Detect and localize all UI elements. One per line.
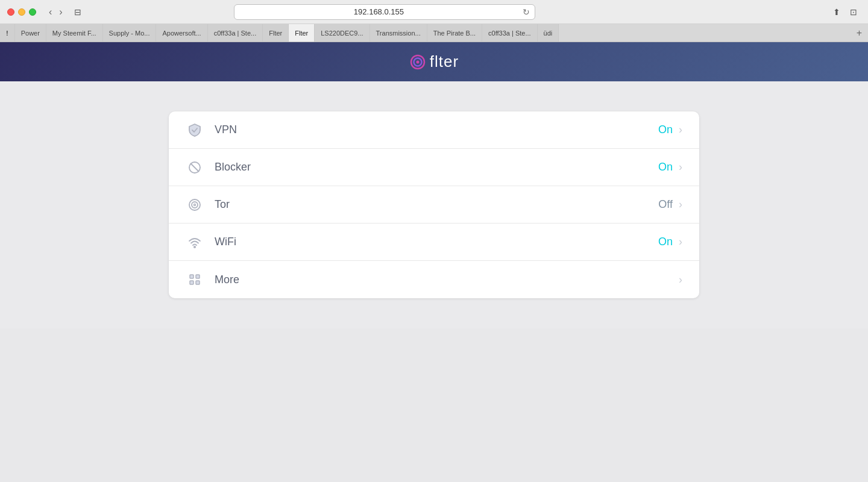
menu-item-wifi[interactable]: WiFi On › [169, 224, 699, 261]
forward-button[interactable]: › [56, 5, 65, 19]
tor-label: Tor [215, 198, 658, 211]
wifi-status: On [658, 236, 673, 248]
sidebar-toggle-button[interactable]: ⊟ [71, 6, 85, 18]
tab-c0ff33a-2[interactable]: c0ff33a | Ste... [482, 24, 538, 42]
wifi-chevron: › [679, 236, 682, 248]
more-chevron: › [679, 274, 682, 286]
svg-point-6 [192, 202, 198, 208]
svg-rect-12 [196, 281, 200, 284]
menu-item-vpn[interactable]: VPN On › [169, 111, 699, 149]
tab-ls220[interactable]: LS220DEC9... [315, 24, 370, 42]
vpn-label: VPN [215, 124, 658, 136]
address-text: 192.168.0.155 [239, 7, 518, 16]
logo-text: flter [430, 52, 459, 71]
menu-card: VPN On › Blocker On › [169, 111, 699, 298]
blocker-status: On [658, 161, 673, 174]
tor-icon [186, 196, 204, 214]
vpn-chevron: › [679, 124, 682, 136]
tab-power[interactable]: Power [15, 24, 46, 42]
shield-icon [186, 121, 204, 139]
tab-c0ff33a-1[interactable]: c0ff33a | Ste... [208, 24, 263, 42]
tab-flter-2[interactable]: Flter [289, 24, 315, 42]
tab-exclamation[interactable]: ! [0, 24, 15, 42]
menu-item-tor[interactable]: Tor Off › [169, 186, 699, 224]
address-bar[interactable]: 192.168.0.155 ↻ [234, 4, 535, 20]
reload-button[interactable]: ↻ [523, 7, 530, 17]
svg-rect-11 [190, 281, 193, 284]
svg-point-5 [189, 199, 200, 210]
tabs-bar: ! Power My Steemit F... Supply - Mo... A… [0, 24, 868, 42]
menu-item-more[interactable]: More › [169, 261, 699, 298]
content-area: VPN On › Blocker On › [0, 81, 868, 328]
tab-pirate[interactable]: The Pirate B... [427, 24, 482, 42]
svg-rect-9 [190, 275, 193, 278]
more-icon [186, 271, 204, 289]
tab-steemit[interactable]: My Steemit F... [46, 24, 103, 42]
traffic-lights [7, 8, 36, 16]
tab-transmission[interactable]: Transmission... [370, 24, 427, 42]
share-button[interactable]: ⬆ [829, 6, 844, 18]
nav-buttons: ‹ › [46, 5, 66, 19]
tab-apowersoft[interactable]: Apowersoft... [156, 24, 207, 42]
toolbar-right: ⬆ ⊡ [829, 6, 861, 18]
minimize-button[interactable] [18, 8, 25, 16]
wifi-label: WiFi [215, 236, 658, 248]
svg-point-7 [194, 204, 196, 205]
close-button[interactable] [7, 8, 14, 16]
new-tab-button[interactable]: ⊡ [846, 6, 861, 18]
app-logo: flter [409, 52, 459, 71]
menu-item-blocker[interactable]: Blocker On › [169, 149, 699, 186]
svg-point-8 [194, 246, 195, 247]
svg-line-4 [191, 163, 199, 171]
vpn-status: On [658, 124, 673, 136]
tab-supply[interactable]: Supply - Mo... [103, 24, 157, 42]
block-icon [186, 158, 204, 177]
tor-status: Off [658, 198, 673, 211]
window-chrome: ‹ › ⊟ 192.168.0.155 ↻ ⬆ ⊡ [0, 0, 868, 24]
blocker-label: Blocker [215, 161, 658, 174]
back-button[interactable]: ‹ [46, 5, 55, 19]
blocker-chevron: › [679, 161, 682, 174]
more-label: More [215, 274, 673, 286]
svg-point-2 [416, 60, 419, 63]
tab-flter-1[interactable]: Flter [263, 24, 289, 42]
flter-logo-icon [409, 54, 426, 70]
add-tab-button[interactable]: + [851, 24, 868, 42]
tor-chevron: › [679, 198, 682, 211]
app-header: flter [0, 42, 868, 81]
tab-udi[interactable]: üdi [538, 24, 559, 42]
svg-rect-10 [196, 275, 200, 278]
wifi-icon [186, 233, 204, 251]
maximize-button[interactable] [29, 8, 36, 16]
